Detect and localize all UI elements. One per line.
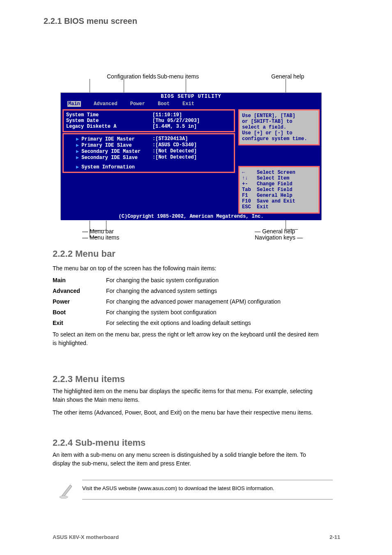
footer-right: 2-11 — [330, 534, 340, 540]
menubar-section: 2.2.2 Menu bar The menu bar on top of th… — [53, 249, 324, 352]
tab-main[interactable]: Main — [67, 101, 81, 107]
menubar-key: Boot — [53, 309, 106, 315]
nav-label: Change Field — [257, 181, 292, 187]
nav-label: General Help — [257, 193, 292, 198]
callout-menubar-text: Menu bar — [90, 228, 114, 235]
nav-row: ESCExit — [242, 204, 316, 210]
nav-key: Tab — [242, 187, 257, 193]
help-l3: select a field. — [242, 124, 316, 130]
nav-label: Select Field — [257, 187, 292, 193]
menubar-row: MainFor changing the basic system config… — [53, 277, 324, 283]
bios-nav-box: ←Select Screen ↑↓Select Item +-Change Fi… — [238, 166, 320, 214]
label-ide-ps: ▶Primary IDE Slave — [66, 142, 152, 148]
row-system-date[interactable]: System Date [Thu 05/27/2003] — [66, 118, 231, 124]
value-system-date: [Thu 05/27/2003] — [152, 118, 200, 124]
menubar-key: Exit — [53, 320, 106, 326]
ide-sm-text: Secondary IDE Master — [81, 149, 141, 154]
tab-boot[interactable]: Boot — [158, 101, 170, 107]
menubar-row: AdvancedFor changing the advanced system… — [53, 288, 324, 294]
bios-copyright: (C)Copyright 1985-2002, American Megatre… — [61, 213, 321, 220]
callout-line — [124, 79, 124, 92]
section-heading: 2.2.1 BIOS menu screen — [44, 16, 137, 26]
menubar-outro: To select an item on the menu bar, press… — [53, 330, 324, 348]
help-l6: configure system time. — [242, 136, 316, 142]
nav-key: ← — [242, 170, 257, 175]
value-ide-sm: :[Not Detected] — [152, 148, 197, 154]
nav-row: F1General Help — [242, 193, 316, 198]
nav-row: ←Select Screen — [242, 170, 316, 175]
bios-right-pane: Use [ENTER], [TAB] or [SHIFT-TAB] to sel… — [237, 108, 321, 213]
menubar-row: BootFor changing the system boot configu… — [53, 309, 324, 315]
submenu-icon: ▶ — [76, 155, 79, 161]
tab-exit[interactable]: Exit — [182, 101, 194, 107]
bios-menubar: Main Advanced Power Boot Exit — [61, 100, 321, 108]
row-sysinfo[interactable]: ▶System Information — [66, 164, 231, 170]
nav-key: ESC — [242, 204, 257, 210]
menubar-val: For changing the advanced system setting… — [106, 288, 324, 294]
tab-power[interactable]: Power — [130, 101, 145, 107]
label-ide-ss: ▶Secondary IDE Slave — [66, 154, 152, 161]
callout-line — [186, 79, 186, 92]
help-l1: Use [ENTER], [TAB] — [242, 113, 316, 119]
nav-key: F1 — [242, 193, 257, 198]
submenu-heading: 2.2.4 Sub-menu items — [53, 438, 324, 448]
callout-menuitems: — Menu items — [82, 234, 119, 241]
row-system-time[interactable]: System Time [11:10:19] — [66, 112, 231, 118]
note-text: Visit the ASUS website (www.asus.com) to… — [82, 480, 333, 500]
label-ide-pm: ▶Primary IDE Master — [66, 136, 152, 142]
submenu-icon: ▶ — [76, 143, 79, 148]
menubar-val: For selecting the exit options and loadi… — [106, 320, 324, 326]
callout-navkeys: Navigation keys — — [255, 234, 303, 241]
value-ide-ps: :[ASUS CD-S340] — [152, 142, 197, 148]
pen-icon — [58, 480, 78, 500]
nav-label: Select Screen — [257, 170, 295, 175]
menubar-intro: The menu bar on top of the screen has th… — [53, 264, 324, 273]
nav-row: TabSelect Field — [242, 187, 316, 193]
label-diskette: Legacy Diskette A — [66, 124, 152, 129]
label-ide-sm: ▶Secondary IDE Master — [66, 148, 152, 154]
ide-ps-text: Primary IDE Slave — [81, 143, 131, 148]
ide-ss-text: Secondary IDE Slave — [81, 155, 138, 161]
nav-row: ↑↓Select Item — [242, 175, 316, 181]
bios-left-pane: System Time [11:10:19] System Date [Thu … — [61, 108, 237, 213]
bios-body: System Time [11:10:19] System Date [Thu … — [61, 108, 321, 213]
nav-key: F10 — [242, 198, 257, 204]
value-ide-ss: :[Not Detected] — [152, 154, 197, 161]
bios-top-group: System Time [11:10:19] System Date [Thu … — [62, 109, 235, 132]
ide-pm-text: Primary IDE Master — [81, 136, 135, 142]
menubar-val: For changing the advanced power manageme… — [106, 298, 324, 305]
callout-generalhelp: — General help — [255, 228, 295, 235]
menuitems-heading: 2.2.3 Menu items — [53, 374, 324, 385]
submenu-icon: ▶ — [76, 164, 79, 170]
menubar-row: ExitFor selecting the exit options and l… — [53, 320, 324, 326]
row-diskette[interactable]: Legacy Diskette A [1.44M, 3.5 in] — [66, 124, 231, 129]
help-l2: or [SHIFT-TAB] to — [242, 119, 316, 124]
tab-advanced[interactable]: Advanced — [94, 101, 118, 107]
menubar-heading: 2.2.2 Menu bar — [53, 249, 324, 259]
row-ide-ss[interactable]: ▶Secondary IDE Slave :[Not Detected] — [66, 154, 231, 161]
menubar-key: Advanced — [53, 288, 106, 294]
bios-ide-group: ▶Primary IDE Master :[ST320413A] ▶Primar… — [62, 133, 235, 173]
label-sysinfo: ▶System Information — [66, 164, 152, 170]
callout-navkeys-text: Navigation keys — [255, 234, 295, 241]
callout-line — [90, 79, 90, 92]
nav-row: +-Change Field — [242, 181, 316, 187]
callout-general-help: General help — [271, 73, 304, 80]
callout-menubar: — Menu bar — [82, 228, 114, 235]
footer-left: ASUS K8V-X motherboard — [53, 534, 119, 540]
row-ide-ps[interactable]: ▶Primary IDE Slave :[ASUS CD-S340] — [66, 142, 231, 148]
row-ide-pm[interactable]: ▶Primary IDE Master :[ST320413A] — [66, 136, 231, 142]
menubar-row: PowerFor changing the advanced power man… — [53, 298, 324, 305]
row-ide-sm[interactable]: ▶Secondary IDE Master :[Not Detected] — [66, 148, 231, 154]
callout-config-fields: Configuration fields — [107, 73, 156, 80]
value-diskette: [1.44M, 3.5 in] — [152, 124, 197, 129]
nav-key: ↑↓ — [242, 175, 257, 181]
nav-label: Select Item — [257, 175, 289, 181]
submenu-p1: An item with a sub-menu on any menu scre… — [53, 451, 324, 468]
help-l5: Use [+] or [-] to — [242, 130, 316, 136]
submenu-icon: ▶ — [76, 149, 79, 154]
menubar-val: For changing the basic system configurat… — [106, 277, 324, 283]
note-icon — [53, 480, 82, 500]
menuitems-section: 2.2.3 Menu items The highlighted item on… — [53, 374, 324, 421]
nav-row: F10Save and Exit — [242, 198, 316, 204]
